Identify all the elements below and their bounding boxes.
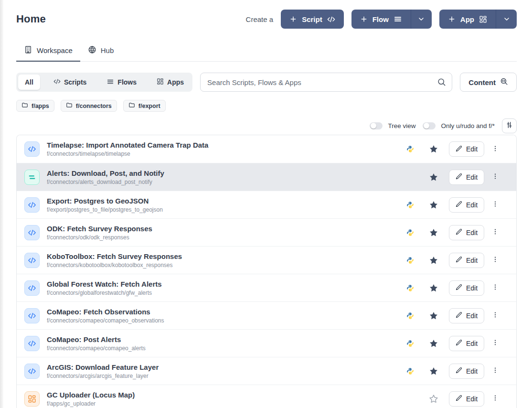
tab-hub[interactable]: Hub — [80, 45, 122, 62]
pencil-icon — [456, 256, 462, 264]
search-icon — [437, 77, 446, 88]
filter-apps[interactable]: Apps — [150, 75, 191, 90]
list-item[interactable]: Export: Postgres to GeoJSON f/export/pos… — [17, 191, 516, 218]
grid-icon — [157, 78, 164, 86]
kind-filter-segments: All Scripts Flows Apps — [16, 73, 192, 92]
page-title: Home — [16, 13, 46, 25]
row-menu-button[interactable] — [489, 225, 501, 240]
edit-button[interactable]: Edit — [449, 170, 484, 185]
edit-button-label: Edit — [466, 257, 478, 264]
favorite-star-button[interactable] — [429, 339, 438, 348]
row-menu-button[interactable] — [489, 308, 501, 323]
list-item[interactable]: Alerts: Download, Post, and Notify f/con… — [17, 163, 516, 191]
list-item[interactable]: ArcGIS: Download Feature Layer f/connect… — [17, 357, 516, 385]
edit-button[interactable]: Edit — [449, 280, 484, 296]
filter-bar: All Scripts Flows Apps Content — [16, 73, 517, 92]
edit-button[interactable]: Edit — [449, 364, 484, 379]
row-menu-button[interactable] — [489, 141, 501, 157]
python-icon — [406, 340, 414, 347]
edit-button-label: Edit — [466, 229, 478, 236]
list-item[interactable]: ODK: Fetch Survey Responses f/connectors… — [17, 218, 516, 246]
script-icon — [24, 336, 40, 351]
list-item[interactable]: Global Forest Watch: Fetch Alerts f/conn… — [17, 274, 516, 301]
flow-dropdown-button[interactable] — [411, 10, 432, 29]
filter-flows[interactable]: Flows — [100, 75, 143, 90]
owner-filter-toggle[interactable] — [423, 122, 436, 129]
row-menu-button[interactable] — [489, 391, 501, 407]
edit-button[interactable]: Edit — [449, 253, 484, 268]
folder-chip-export[interactable]: f/export — [123, 100, 166, 112]
list-item[interactable]: CoMapeo: Post Alerts f/connectors/comape… — [17, 329, 516, 357]
folder-icon — [66, 102, 73, 110]
edit-button[interactable]: Edit — [449, 391, 484, 407]
item-path: f/connectors/timelapse/timelapse — [47, 150, 406, 157]
folder-chip-connectors[interactable]: f/connectors — [61, 100, 117, 112]
tree-view-toggle[interactable] — [370, 122, 383, 129]
favorite-star-button[interactable] — [429, 144, 438, 154]
create-script-button[interactable]: Script — [281, 10, 344, 29]
filter-scripts-label: Scripts — [64, 78, 86, 86]
script-icon — [24, 225, 40, 240]
create-script-label: Script — [302, 15, 322, 23]
python-icon — [406, 257, 414, 264]
item-title: ArcGIS: Download Feature Layer — [47, 363, 406, 371]
filter-flows-label: Flows — [117, 78, 137, 86]
edit-button-label: Edit — [466, 284, 478, 292]
row-menu-button[interactable] — [489, 253, 501, 268]
list-item[interactable]: Timelapse: Import Annotated Camera Trap … — [17, 135, 516, 163]
favorite-star-button[interactable] — [429, 172, 438, 182]
tab-workspace[interactable]: Workspace — [16, 45, 80, 62]
app-dropdown-button[interactable] — [496, 10, 517, 29]
kebab-icon — [491, 339, 499, 348]
create-app-label: App — [460, 15, 474, 23]
create-flow-button[interactable]: Flow — [351, 10, 411, 29]
favorite-star-button[interactable] — [429, 366, 438, 376]
edit-button[interactable]: Edit — [449, 225, 484, 240]
pencil-icon — [456, 173, 462, 181]
filter-all-label: All — [25, 78, 33, 86]
create-prefix-label: Create a — [246, 15, 274, 23]
create-app-split-button: App — [439, 10, 517, 29]
edit-button[interactable]: Edit — [449, 141, 484, 157]
filter-all[interactable]: All — [18, 75, 40, 90]
python-icon — [406, 201, 414, 209]
display-settings-button[interactable] — [502, 118, 517, 133]
pencil-icon — [456, 367, 462, 375]
content-search-button[interactable]: Content — [460, 73, 517, 92]
edit-button[interactable]: Edit — [449, 197, 484, 213]
favorite-star-button[interactable] — [429, 256, 438, 265]
script-icon — [24, 280, 40, 296]
favorite-star-button[interactable] — [429, 228, 438, 237]
globe-icon — [88, 45, 96, 55]
item-path: f/connectors/kobotoolbox/kobotoolbox_res… — [47, 262, 406, 268]
list-item[interactable]: GC Uploader (Locus Map) f/apps/gc_upload… — [17, 385, 516, 408]
item-title: GC Uploader (Locus Map) — [47, 391, 406, 399]
kebab-icon — [491, 145, 499, 154]
edit-button[interactable]: Edit — [449, 308, 484, 323]
folder-chip-apps[interactable]: f/apps — [16, 100, 54, 112]
item-path: f/connectors/odk/odk_responses — [47, 234, 406, 241]
toggle-knob — [371, 123, 376, 129]
favorite-star-button[interactable] — [429, 394, 438, 404]
list-item[interactable]: KoboToolbox: Fetch Survey Responses f/co… — [17, 246, 516, 274]
favorite-star-button[interactable] — [429, 283, 438, 293]
filter-scripts[interactable]: Scripts — [47, 75, 93, 90]
pencil-icon — [456, 228, 462, 236]
item-title: Export: Postgres to GeoJSON — [47, 197, 406, 205]
create-actions: Create a Script Flow App — [246, 10, 517, 29]
row-menu-button[interactable] — [489, 280, 501, 296]
row-menu-button[interactable] — [489, 336, 501, 351]
search-input[interactable] — [200, 73, 452, 92]
favorite-star-button[interactable] — [429, 311, 438, 321]
edit-button[interactable]: Edit — [449, 336, 484, 351]
folder-chip-label: f/connectors — [76, 103, 112, 109]
favorite-star-button[interactable] — [429, 200, 438, 210]
create-app-button[interactable]: App — [439, 10, 496, 29]
kebab-icon — [491, 256, 499, 265]
pencil-icon — [456, 339, 462, 347]
row-menu-button[interactable] — [489, 364, 501, 379]
list-item[interactable]: CoMapeo: Fetch Observations f/connectors… — [17, 301, 516, 329]
edit-button-label: Edit — [466, 145, 478, 153]
row-menu-button[interactable] — [489, 197, 501, 213]
row-menu-button[interactable] — [489, 170, 501, 185]
